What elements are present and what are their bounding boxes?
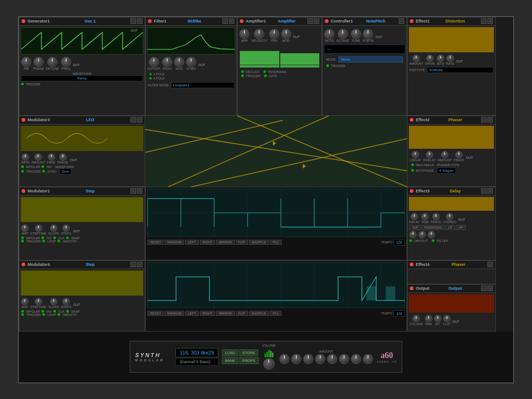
controller1-indicator[interactable] xyxy=(325,19,328,23)
lfo-phase-knob[interactable] xyxy=(59,153,67,161)
generator1-close[interactable]: × xyxy=(137,18,142,24)
mod4-random-btn[interactable]: RANDOM xyxy=(164,311,184,316)
delay-hp-knob[interactable] xyxy=(428,231,435,238)
effect1-indicator[interactable] xyxy=(410,19,413,23)
mod1-amp-knob[interactable] xyxy=(21,225,28,232)
mod3-indicator[interactable] xyxy=(22,118,25,122)
mod1-loop-led[interactable] xyxy=(42,240,45,242)
mod3-minimize[interactable]: − xyxy=(130,117,136,123)
slope-knob[interactable] xyxy=(50,225,57,232)
amount-knob-2[interactable] xyxy=(291,354,301,364)
4pole-radio[interactable] xyxy=(149,77,152,79)
mod1-clk-led[interactable] xyxy=(53,236,56,239)
mod4-slope-knob[interactable] xyxy=(50,298,57,305)
output-pan-knob[interactable] xyxy=(425,315,432,322)
bits-knob[interactable] xyxy=(437,55,444,62)
output-close[interactable]: × xyxy=(487,286,493,291)
mod1-snap-led[interactable] xyxy=(66,236,69,239)
output-vol-knob[interactable] xyxy=(413,315,420,322)
mod4-close[interactable]: × xyxy=(137,262,142,267)
inv-led[interactable] xyxy=(41,165,44,168)
mod4-amp-knob[interactable] xyxy=(21,298,28,305)
mod4-mirror-btn[interactable]: MIRROR xyxy=(216,311,234,316)
disttype-selector[interactable]: Softtube xyxy=(427,67,493,73)
amp-mod-knob[interactable] xyxy=(281,29,291,39)
mod4-steps-knob[interactable] xyxy=(62,298,70,305)
shuffle-btn[interactable]: SHUFFLE xyxy=(249,240,269,245)
filter1-minimize[interactable]: − xyxy=(222,18,228,24)
2pole-radio[interactable] xyxy=(149,73,152,75)
note-knob[interactable] xyxy=(324,29,334,39)
negfback-led[interactable] xyxy=(411,163,414,166)
filter1-close[interactable]: × xyxy=(229,18,234,24)
filter-led[interactable] xyxy=(432,239,435,242)
hp-btn[interactable]: HP xyxy=(456,225,466,230)
effect2-close[interactable]: × xyxy=(487,117,493,123)
mod4-reset-btn[interactable]: RESET xyxy=(147,311,164,316)
declick-led[interactable] xyxy=(241,70,244,73)
porta-knob[interactable] xyxy=(363,29,373,39)
main-vol-knob[interactable] xyxy=(263,358,275,370)
fine-knob[interactable] xyxy=(421,213,429,220)
trigger-led3[interactable] xyxy=(21,170,24,173)
bipolar-led[interactable] xyxy=(21,165,24,168)
props-button[interactable]: PROPS xyxy=(239,357,259,364)
mod4-loop-led[interactable] xyxy=(42,313,45,316)
mod1-indicator[interactable] xyxy=(22,189,25,193)
detune-knob[interactable] xyxy=(47,57,57,67)
kybd-knob[interactable] xyxy=(186,57,196,67)
mod4-fill-btn[interactable]: FILL xyxy=(270,311,282,316)
trigger-led[interactable] xyxy=(21,83,24,85)
mod1-smooth-led[interactable] xyxy=(57,240,60,242)
lfo-fade-knob[interactable] xyxy=(48,153,55,161)
amount-knob[interactable] xyxy=(413,55,420,62)
octave-knob[interactable] xyxy=(338,29,348,39)
effect1-minimize[interactable]: − xyxy=(481,18,487,24)
amplifier1-close[interactable]: × xyxy=(314,18,319,24)
delay-tap-knob[interactable] xyxy=(409,231,417,238)
amount-knob-1[interactable] xyxy=(279,354,289,364)
amp-knob[interactable] xyxy=(239,29,249,39)
tempo1-value[interactable]: 1/4 xyxy=(393,239,405,246)
mod1-trigger-led[interactable] xyxy=(21,240,24,242)
amount-knob-8[interactable] xyxy=(363,354,373,364)
lfo-rate-knob[interactable] xyxy=(22,153,29,161)
mod4-snap-led[interactable] xyxy=(66,310,69,313)
mod4-inv-led[interactable] xyxy=(41,310,44,313)
mod4-flip-btn[interactable]: FLIP xyxy=(236,311,248,316)
right-btn[interactable]: RIGHT xyxy=(200,240,215,245)
delay-knob[interactable] xyxy=(411,213,418,220)
effect3-close[interactable]: × xyxy=(487,188,493,194)
effect4-minimize[interactable]: − xyxy=(487,262,493,267)
mirror-btn[interactable]: MIRROR xyxy=(216,240,234,245)
filter-mod-knob[interactable] xyxy=(174,57,184,67)
mod4-steptime-knob[interactable] xyxy=(35,298,42,305)
effect3-minimize[interactable]: − xyxy=(481,188,487,194)
dc-knob[interactable] xyxy=(434,315,441,322)
mod4-left-btn[interactable]: LEFT xyxy=(185,311,198,316)
mod4-indicator[interactable] xyxy=(22,263,25,266)
steptime-knob[interactable] xyxy=(35,225,42,232)
dryout-led[interactable] xyxy=(409,239,412,242)
effect2-minimize[interactable]: − xyxy=(481,117,487,123)
mod4-clk-led[interactable] xyxy=(53,310,56,313)
mod1-minimize[interactable]: − xyxy=(130,188,136,194)
mod4-minimize[interactable]: − xyxy=(130,262,136,267)
filter-type-selector[interactable]: Lowpass1 xyxy=(171,82,235,88)
mode-selector[interactable]: Mono xyxy=(339,56,403,62)
amount-knob-3[interactable] xyxy=(303,354,313,364)
pan-knob[interactable] xyxy=(269,29,279,39)
ctrl-trigger-led[interactable] xyxy=(326,64,329,67)
cutoff-knob[interactable] xyxy=(149,57,159,67)
fill-btn[interactable]: FILL xyxy=(270,240,282,245)
fback2-knob[interactable] xyxy=(432,213,440,220)
controller1-minimize[interactable]: − xyxy=(399,18,404,24)
amount-knob-7[interactable] xyxy=(351,354,361,364)
mod3-wave-selector[interactable]: Sine xyxy=(59,169,71,174)
rate-knob[interactable] xyxy=(447,55,454,62)
mod1-bipolar-led[interactable] xyxy=(21,236,24,239)
mod4-smooth-led[interactable] xyxy=(57,313,60,316)
load-button[interactable]: LOAD xyxy=(222,349,238,356)
freq-knob[interactable] xyxy=(61,57,71,67)
amplifier1-indicator[interactable] xyxy=(240,19,243,23)
